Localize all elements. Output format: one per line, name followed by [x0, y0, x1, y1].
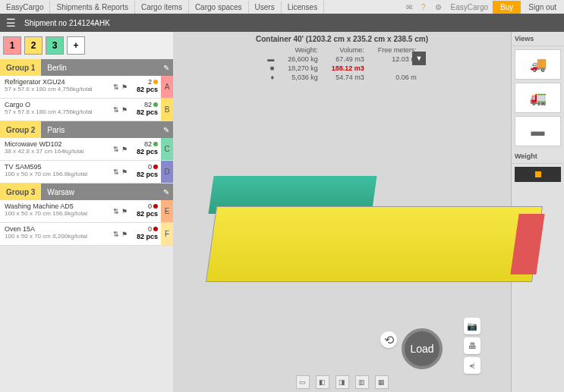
tool-3-icon[interactable]: ◨	[336, 375, 349, 389]
cargo-item[interactable]: TV SAM595100 x 50 x 70 cm 196.8kg/total …	[0, 161, 173, 183]
container-info: Container 40' (1203.2 cm x 235.2 cm x 23…	[173, 32, 511, 87]
cargo-color-letter: C	[161, 138, 173, 160]
cargo-pcs: 82 pcs	[134, 148, 158, 155]
cargo-item[interactable]: Cargo O57 x 57.8 x 180 cm 4,756kg/total …	[0, 99, 173, 121]
tool-5-icon[interactable]: ▦	[375, 375, 389, 389]
group-header[interactable]: Group 3Warsaw✎	[0, 183, 173, 200]
print-icon[interactable]: 🖶	[464, 337, 481, 354]
shipment-bar: ☰ Shipment no 214124AHK	[0, 14, 564, 32]
cargo-tool-icons[interactable]: ⇅ ⚑	[110, 223, 131, 245]
view-tools: 📷 🖶 ⪪	[464, 318, 481, 374]
cargo-item[interactable]: Refrigerator XGU2457 x 57.6 x 180 cm 4,7…	[0, 76, 173, 99]
top-navigation: EasyCargo Shipments & Reports Cargo item…	[0, 0, 564, 14]
cargo-item[interactable]: Microwave WD10238 x 42.8 x 37 cm 164kg/t…	[0, 138, 173, 161]
cargo-item[interactable]: Oven 15A100 x 50 x 70 cm 8,200kg/total ⇅…	[0, 223, 173, 246]
stat-free: 0.06 m	[372, 74, 423, 81]
tool-4-icon[interactable]: ▥	[355, 375, 369, 389]
stat-icon: ♦	[261, 74, 280, 81]
nav-cargo-spaces[interactable]: Cargo spaces	[189, 1, 249, 14]
cargo-count: 0	[134, 163, 158, 171]
signout-button[interactable]: Sign out	[521, 1, 564, 14]
nav-shipments[interactable]: Shipments & Reports	[50, 1, 135, 14]
stat-icon: ▬	[261, 55, 280, 63]
views-label: Views	[512, 32, 564, 46]
help-icon[interactable]: ?	[417, 1, 430, 14]
cargo-dims: 100 x 50 x 70 cm 8,200kg/total	[5, 233, 106, 240]
cargo-pcs: 82 pcs	[134, 171, 158, 178]
share-icon[interactable]: ⪪	[464, 357, 481, 374]
group-label: Group 1	[0, 59, 41, 76]
cargo-count: 0	[134, 225, 158, 233]
menu-icon[interactable]: ☰	[0, 17, 21, 29]
cargo-dims: 100 x 50 x 70 cm 196.8kg/total	[5, 171, 106, 177]
cargo-tool-icons[interactable]: ⇅ ⚑	[110, 99, 131, 121]
nav-cargo-items[interactable]: Cargo items	[135, 1, 189, 14]
stat-weight: 26,600 kg	[282, 55, 324, 63]
viewport-3d: ▼ Container 40' (1203.2 cm x 235.2 cm x …	[173, 32, 511, 392]
buy-button[interactable]: Buy	[493, 1, 521, 14]
container-stats-table: Weight:Volume:Free meters: ▬26,600 kg67.…	[260, 45, 424, 83]
tool-1-icon[interactable]: ▭	[296, 375, 310, 389]
cargo-count: 0	[134, 202, 158, 210]
group-tab-2[interactable]: 2	[24, 36, 43, 55]
group-tab-1[interactable]: 1	[3, 36, 21, 55]
group-city: Paris	[41, 121, 159, 138]
cargo-color-letter: D	[161, 161, 173, 183]
cargo-color-letter: E	[161, 200, 173, 222]
cargo-color-letter: F	[161, 223, 173, 245]
group-label: Group 2	[0, 121, 41, 138]
cargo-pcs: 82 pcs	[134, 86, 158, 93]
cargo-dims: 100 x 50 x 70 cm 196.8kg/total	[5, 210, 106, 217]
cargo-color-letter: B	[161, 99, 173, 121]
group-header[interactable]: Group 1Berlin✎	[0, 59, 173, 76]
load-button[interactable]: Load	[402, 328, 443, 369]
cargo-dims: 57 x 57.8 x 180 cm 4,756kg/total	[5, 108, 106, 115]
group-tab-add[interactable]: +	[67, 36, 85, 55]
app-link[interactable]: EasyCargo	[446, 1, 493, 14]
mail-icon[interactable]: ✉	[402, 1, 417, 14]
container-title: Container 40' (1203.2 cm x 235.2 cm x 23…	[176, 35, 508, 43]
nav-licenses[interactable]: Licenses	[282, 1, 324, 14]
group-tabs: 1 2 3 +	[0, 32, 173, 59]
cargo-pcs: 82 pcs	[134, 233, 158, 240]
stat-volume: 188.12 m3	[326, 64, 370, 72]
cargo-block-yellow	[206, 206, 543, 282]
view-truck-side-icon[interactable]: 🚚	[515, 49, 561, 80]
cargo-tool-icons[interactable]: ⇅ ⚑	[110, 161, 131, 183]
cargo-count: 2	[134, 78, 158, 86]
container-3d-view[interactable]	[188, 123, 496, 335]
rotate-icon[interactable]: ⟲	[380, 331, 397, 348]
nav-easycargo[interactable]: EasyCargo	[0, 1, 50, 14]
cargo-name: Oven 15A	[5, 225, 106, 233]
container-dropdown[interactable]: ▼	[412, 52, 426, 65]
left-panel: 1 2 3 + Group 1Berlin✎ Refrigerator XGU2…	[0, 32, 173, 392]
cargo-item[interactable]: Washing Machine AD5100 x 50 x 70 cm 196.…	[0, 200, 173, 223]
group-city: Warsaw	[41, 183, 159, 200]
cargo-count: 82	[134, 101, 158, 108]
group-edit-icon[interactable]: ✎	[159, 121, 173, 138]
cargo-name: Microwave WD102	[5, 140, 106, 148]
gear-icon[interactable]: ⚙	[430, 1, 446, 14]
camera-icon[interactable]: 📷	[464, 318, 481, 334]
cargo-tool-icons[interactable]: ⇅ ⚑	[110, 200, 131, 222]
group-edit-icon[interactable]: ✎	[159, 183, 173, 200]
cargo-tool-icons[interactable]: ⇅ ⚑	[110, 76, 131, 98]
cargo-name: TV SAM595	[5, 163, 106, 171]
group-edit-icon[interactable]: ✎	[159, 59, 173, 76]
tool-2-icon[interactable]: ◧	[316, 375, 329, 389]
stat-weight: 5,036 kg	[282, 74, 324, 81]
view-truck-rear-icon[interactable]: 🚛	[515, 83, 561, 113]
rotate-controls: ⟲	[380, 331, 397, 348]
nav-users[interactable]: Users	[249, 1, 282, 14]
cargo-name: Washing Machine AD5	[5, 202, 106, 210]
cargo-color-letter: A	[161, 76, 173, 98]
cargo-name: Cargo O	[5, 101, 106, 108]
group-header[interactable]: Group 2Paris✎	[0, 121, 173, 138]
group-tab-3[interactable]: 3	[46, 36, 64, 55]
cargo-tool-icons[interactable]: ⇅ ⚑	[110, 138, 131, 160]
cargo-count: 82	[134, 140, 158, 148]
stat-weight: 18,270 kg	[282, 64, 324, 72]
cargo-pcs: 82 pcs	[134, 108, 158, 116]
stat-volume: 67.49 m3	[326, 55, 370, 63]
view-container-icon[interactable]: ▬	[515, 116, 561, 146]
